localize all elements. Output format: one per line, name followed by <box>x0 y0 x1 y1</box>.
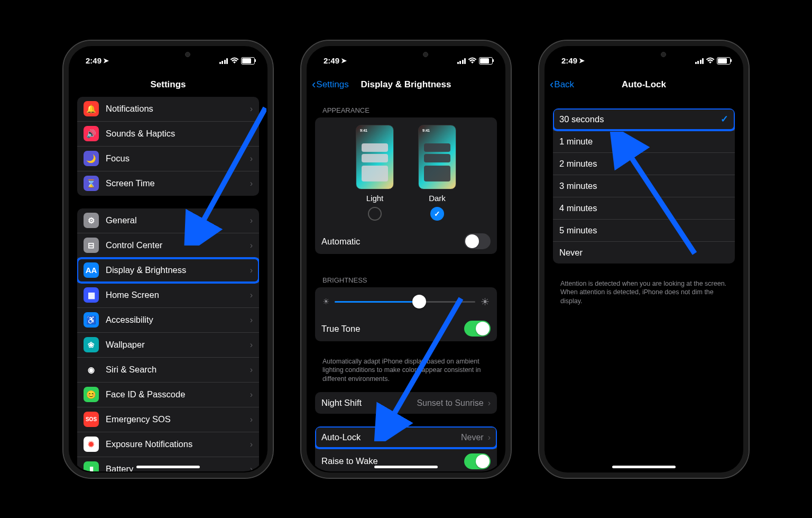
settings-row-battery[interactable]: ▮Battery› <box>77 457 259 471</box>
battery-icon <box>479 57 493 65</box>
content[interactable]: 30 seconds✓1 minute2 minutes3 minutes4 m… <box>546 97 742 471</box>
autolock-option[interactable]: Never <box>553 242 735 263</box>
row-label: Wallpaper <box>106 340 250 350</box>
settings-row-wallpaper[interactable]: ❀Wallpaper› <box>77 333 259 358</box>
appearance-light[interactable]: Light <box>356 125 394 223</box>
battery-icon <box>241 57 255 65</box>
settings-row-accessibility[interactable]: ♿Accessibility› <box>77 308 259 333</box>
row-label: Emergency SOS <box>106 414 250 424</box>
home-indicator[interactable] <box>136 466 200 468</box>
status-time: 2:49 <box>324 56 339 65</box>
row-label: Sounds & Haptics <box>106 129 250 139</box>
check-icon: ✓ <box>721 113 728 125</box>
autolock-option[interactable]: 30 seconds✓ <box>553 108 735 131</box>
automatic-toggle[interactable] <box>464 233 491 249</box>
page-title: Display & Brightness <box>361 79 451 90</box>
section-brightness: BRIGHTNESS <box>315 267 497 287</box>
back-button[interactable]: ‹ Back <box>550 78 574 92</box>
raise-label: Raise to Wake <box>321 456 464 466</box>
chevron-right-icon: › <box>250 315 253 325</box>
autolock-option[interactable]: 5 minutes <box>553 220 735 242</box>
dark-label: Dark <box>418 194 456 203</box>
status-time: 2:49 <box>561 56 577 65</box>
night-shift-label: Night Shift <box>321 398 417 408</box>
chevron-right-icon: › <box>250 266 253 275</box>
row-label: Siri & Search <box>106 365 250 375</box>
option-label: 3 minutes <box>559 181 728 191</box>
true-tone-footer: Automatically adapt iPhone display based… <box>315 354 497 384</box>
brightness-slider[interactable] <box>335 301 475 303</box>
brightness-slider-row[interactable]: ☀︎ ☀︎ <box>315 287 497 316</box>
notch <box>364 47 448 62</box>
settings-row-notifications[interactable]: 🔔Notifications› <box>77 97 259 122</box>
automatic-row[interactable]: Automatic <box>315 229 497 254</box>
notch <box>602 47 686 62</box>
phone-autolock: 2:49 ➤ ‹ Back Auto-Lock 30 seconds✓1 min… <box>538 40 750 479</box>
row-icon: 🌙 <box>84 151 99 166</box>
auto-lock-row[interactable]: Auto-Lock Never › <box>315 426 497 449</box>
location-icon: ➤ <box>341 57 347 65</box>
content[interactable]: APPEARANCE Light Dark <box>308 97 504 471</box>
settings-row-siri-search[interactable]: ◉Siri & Search› <box>77 358 259 383</box>
row-label: Control Center <box>106 240 250 250</box>
phone-settings: 2:49 ➤ Settings 🔔Notifications›🔊Sounds &… <box>62 40 274 479</box>
settings-row-screen-time[interactable]: ⌛Screen Time› <box>77 171 259 196</box>
home-indicator[interactable] <box>374 466 438 468</box>
settings-row-face-id-passcode[interactable]: 😊Face ID & Passcode› <box>77 383 259 407</box>
chevron-right-icon: › <box>250 465 253 471</box>
brightness-group: ☀︎ ☀︎ True Tone <box>315 287 497 341</box>
settings-row-general[interactable]: ⚙General› <box>77 208 259 233</box>
chevron-right-icon: › <box>250 365 253 375</box>
true-tone-label: True Tone <box>321 324 464 334</box>
screen-settings: 2:49 ➤ Settings 🔔Notifications›🔊Sounds &… <box>70 47 266 471</box>
chevron-right-icon: › <box>250 290 253 300</box>
settings-row-control-center[interactable]: ⊟Control Center› <box>77 233 259 258</box>
autolock-option[interactable]: 4 minutes <box>553 197 735 220</box>
dark-radio[interactable] <box>430 207 444 221</box>
settings-row-focus[interactable]: 🌙Focus› <box>77 147 259 171</box>
row-icon: ⌛ <box>84 176 99 191</box>
settings-row-home-screen[interactable]: ▦Home Screen› <box>77 283 259 308</box>
row-icon: ❀ <box>84 337 99 352</box>
true-tone-toggle[interactable] <box>464 321 491 337</box>
autolock-option[interactable]: 3 minutes <box>553 175 735 197</box>
battery-icon <box>717 57 731 65</box>
row-icon: ♿ <box>84 312 99 328</box>
back-label: Settings <box>316 79 348 90</box>
row-label: Exposure Notifications <box>106 439 250 449</box>
option-label: 4 minutes <box>559 203 728 213</box>
dark-preview-icon <box>418 125 456 189</box>
home-indicator[interactable] <box>612 466 676 468</box>
page-title: Settings <box>150 79 186 90</box>
settings-row-emergency-sos[interactable]: SOSEmergency SOS› <box>77 407 259 432</box>
autolock-options: 30 seconds✓1 minute2 minutes3 minutes4 m… <box>553 108 735 263</box>
option-label: 5 minutes <box>559 225 728 235</box>
raise-toggle[interactable] <box>464 453 491 469</box>
chevron-right-icon: › <box>250 154 253 163</box>
row-icon: 🔔 <box>84 101 99 116</box>
autolock-option[interactable]: 2 minutes <box>553 153 735 175</box>
settings-row-exposure-notifications[interactable]: ✹Exposure Notifications› <box>77 432 259 457</box>
light-radio[interactable] <box>368 207 382 221</box>
row-label: Notifications <box>106 104 250 114</box>
settings-row-display-brightness[interactable]: AADisplay & Brightness› <box>77 258 259 283</box>
row-icon: ✹ <box>84 437 99 452</box>
chevron-left-icon: ‹ <box>312 78 316 92</box>
light-label: Light <box>356 194 394 203</box>
auto-lock-value: Never <box>461 433 484 442</box>
content[interactable]: 🔔Notifications›🔊Sounds & Haptics›🌙Focus›… <box>70 97 266 471</box>
signal-icon <box>219 58 228 64</box>
automatic-label: Automatic <box>321 237 464 247</box>
back-button[interactable]: ‹ Settings <box>312 78 349 92</box>
row-icon: ▮ <box>84 461 99 471</box>
settings-row-sounds-haptics[interactable]: 🔊Sounds & Haptics› <box>77 122 259 147</box>
appearance-dark[interactable]: Dark <box>418 125 456 223</box>
settings-group-notifications: 🔔Notifications›🔊Sounds & Haptics›🌙Focus›… <box>77 97 259 196</box>
wifi-icon <box>468 57 477 64</box>
chevron-right-icon: › <box>250 340 253 350</box>
true-tone-row[interactable]: True Tone <box>315 316 497 341</box>
night-shift-row[interactable]: Night Shift Sunset to Sunrise › <box>315 392 497 414</box>
signal-icon <box>457 58 466 64</box>
status-time: 2:49 <box>86 56 102 65</box>
autolock-option[interactable]: 1 minute <box>553 131 735 153</box>
